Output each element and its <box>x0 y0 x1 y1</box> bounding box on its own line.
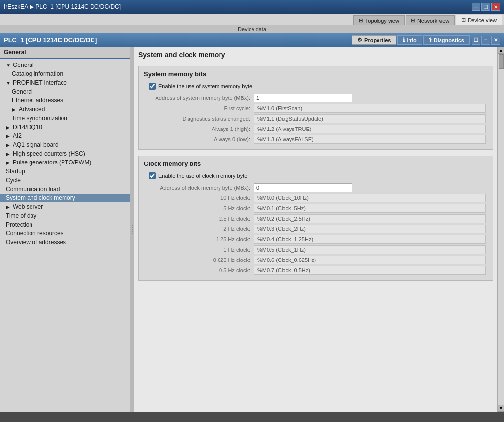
clock-memory-enable-checkbox[interactable] <box>149 172 156 179</box>
clock-field-label-0: 10 Hz clock: <box>146 195 254 201</box>
nav-item-timesync[interactable]: Time synchronization <box>0 114 130 123</box>
content-area: General ▼ General Catalog information ▼ … <box>0 47 504 412</box>
left-panel: General ▼ General Catalog information ▼ … <box>0 47 130 412</box>
nav-item-pto[interactable]: ▶ Pulse generators (PTO/PWM) <box>0 158 130 167</box>
clock-field-label-2: 2.5 Hz clock: <box>146 216 254 222</box>
scroll-down-button[interactable]: ▼ <box>498 405 504 412</box>
system-field-label-1: Diagnostics status changed: <box>146 116 254 122</box>
tab-network[interactable]: ⊟ Network view <box>406 15 455 25</box>
main-content: System and clock memory System memory bi… <box>134 47 497 412</box>
close-button[interactable]: ✕ <box>491 3 500 11</box>
system-memory-section: System memory bits Enable the use of sys… <box>138 66 493 150</box>
diagnostics-icon: ⚕ <box>429 37 432 43</box>
nav-item-sysclock[interactable]: System and clock memory <box>0 194 130 202</box>
right-scrollbar[interactable]: ▲ ▼ <box>497 47 504 412</box>
clock-field-label-3: 2 Hz clock: <box>146 226 254 232</box>
system-field-row-2: Always 1 (high): %M1.2 (AlwaysTRUE) <box>144 125 488 133</box>
clock-field-row-7: 0.5 Hz clock: %M0.7 (Clock_0.5Hz) <box>144 266 488 275</box>
clock-field-value-6: %M0.6 (Clock_0.625Hz) <box>254 256 486 264</box>
nav-item-catalog[interactable]: Catalog information <box>0 69 130 78</box>
device-data-bar: Device data <box>0 25 504 33</box>
resize-handle[interactable] <box>130 47 134 412</box>
clock-fields-container: 10 Hz clock: %M0.0 (Clock_10Hz) 5 Hz clo… <box>144 194 488 275</box>
clock-address-label: Address of clock memory byte (MBx): <box>146 185 254 191</box>
nav-item-profinet-general[interactable]: General <box>0 87 130 96</box>
scroll-track <box>498 54 504 405</box>
system-field-value-1: %M1.1 (DiagStatusUpdate) <box>254 114 486 123</box>
panel-close-button[interactable]: ✕ <box>491 36 500 45</box>
clock-field-label-4: 1.25 Hz clock: <box>146 236 254 242</box>
nav-item-hsc[interactable]: ▶ High speed counters (HSC) <box>0 149 130 158</box>
clock-field-value-2: %M0.2 (Clock_2.5Hz) <box>254 214 486 223</box>
general-tab-header: General <box>0 47 130 59</box>
restore-button[interactable]: ❐ <box>481 3 490 11</box>
clock-memory-title: Clock memory bits <box>144 160 488 167</box>
resize-dots <box>132 225 133 234</box>
clock-field-row-5: 1 Hz clock: %M0.5 (Clock_1Hz) <box>144 245 488 254</box>
arrow-di14: ▶ <box>6 125 11 130</box>
title-bar: IrEszkEA ▶ PLC_1 [CPU 1214C DC/DC/DC] ─ … <box>0 0 504 14</box>
main-header: PLC_1 [CPU 1214C DC/DC/DC] ⚙ Properties … <box>0 33 504 47</box>
network-icon: ⊟ <box>411 17 415 24</box>
tab-properties[interactable]: ⚙ Properties <box>352 35 396 45</box>
arrow-profinet: ▼ <box>6 80 11 86</box>
window-controls[interactable]: ─ ❐ ✕ <box>472 3 500 11</box>
section-title: System and clock memory <box>138 51 493 61</box>
arrow-hsc: ▶ <box>6 151 11 157</box>
nav-item-ai2[interactable]: ▶ AI2 <box>0 131 130 140</box>
panel-copy-button[interactable]: ❐ <box>472 36 480 45</box>
clock-field-value-5: %M0.5 (Clock_1Hz) <box>254 245 486 254</box>
property-tabs: ⚙ Properties ℹ Info ⚕ Diagnostics <box>352 35 470 45</box>
system-address-input[interactable] <box>254 94 352 102</box>
scroll-up-button[interactable]: ▲ <box>498 47 504 54</box>
system-address-row: Address of system memory byte (MBx): <box>144 94 488 102</box>
clock-field-label-1: 5 Hz clock: <box>146 205 254 211</box>
clock-field-row-6: 0.625 Hz clock: %M0.6 (Clock_0.625Hz) <box>144 256 488 264</box>
nav-item-aq1[interactable]: ▶ AQ1 signal board <box>0 140 130 149</box>
clock-field-label-7: 0.5 Hz clock: <box>146 267 254 273</box>
clock-field-value-7: %M0.7 (Clock_0.5Hz) <box>254 266 486 275</box>
clock-field-value-0: %M0.0 (Clock_10Hz) <box>254 194 486 202</box>
nav-item-di14[interactable]: ▶ DI14/DQ10 <box>0 123 130 131</box>
system-field-label-0: First cycle: <box>146 105 254 111</box>
tab-device[interactable]: ⊡ Device view <box>456 15 502 25</box>
system-memory-enable-checkbox[interactable] <box>149 83 156 90</box>
nav-item-startup[interactable]: Startup <box>0 167 130 176</box>
minimize-button[interactable]: ─ <box>472 3 480 11</box>
system-memory-enable-label: Enable the use of system memory byte <box>158 83 252 89</box>
clock-field-value-1: %M0.1 (Clock_5Hz) <box>254 204 486 213</box>
nav-item-advanced[interactable]: ▶ Advanced <box>0 105 130 114</box>
arrow-advanced: ▶ <box>12 107 17 112</box>
clock-field-label-6: 0.625 Hz clock: <box>146 257 254 263</box>
nav-item-webserver[interactable]: ▶ Web server <box>0 202 130 211</box>
clock-field-row-2: 2.5 Hz clock: %M0.2 (Clock_2.5Hz) <box>144 214 488 223</box>
clock-field-row-0: 10 Hz clock: %M0.0 (Clock_10Hz) <box>144 194 488 202</box>
tab-diagnostics[interactable]: ⚕ Diagnostics <box>423 35 470 45</box>
system-field-value-0: %M1.0 (FirstScan) <box>254 104 486 113</box>
nav-tree: ▼ General Catalog information ▼ PROFINET… <box>0 59 130 249</box>
panel-controls[interactable]: ❐ ≡ ✕ <box>472 36 500 45</box>
nav-item-profinet[interactable]: ▼ PROFINET interface <box>0 78 130 87</box>
nav-item-general[interactable]: ▼ General <box>0 61 130 69</box>
nav-item-ethernet[interactable]: Ethernet addresses <box>0 96 130 105</box>
nav-item-cycle[interactable]: Cycle <box>0 176 130 185</box>
tab-topology[interactable]: ⊞ Topology view <box>353 15 405 25</box>
system-memory-title: System memory bits <box>144 70 488 78</box>
system-field-label-3: Always 0 (low): <box>146 136 254 142</box>
system-field-row-0: First cycle: %M1.0 (FirstScan) <box>144 104 488 113</box>
nav-item-protection[interactable]: Protection <box>0 220 130 229</box>
nav-item-overview[interactable]: Overview of addresses <box>0 238 130 247</box>
nav-item-timeofday[interactable]: Time of day <box>0 211 130 220</box>
tab-info[interactable]: ℹ Info <box>397 35 422 45</box>
panel-menu-button[interactable]: ≡ <box>481 36 490 45</box>
resize-dot-3 <box>132 229 133 230</box>
clock-field-value-3: %M0.3 (Clock_2Hz) <box>254 225 486 233</box>
clock-field-row-4: 1.25 Hz clock: %M0.4 (Clock_1.25Hz) <box>144 235 488 244</box>
scroll-thumb[interactable] <box>499 54 504 69</box>
nav-item-connection[interactable]: Connection resources <box>0 229 130 238</box>
resize-dot-4 <box>132 231 133 232</box>
topology-icon: ⊞ <box>359 17 363 24</box>
clock-address-input[interactable] <box>254 183 352 192</box>
nav-item-commload[interactable]: Communication load <box>0 185 130 194</box>
resize-dot-1 <box>132 225 133 226</box>
